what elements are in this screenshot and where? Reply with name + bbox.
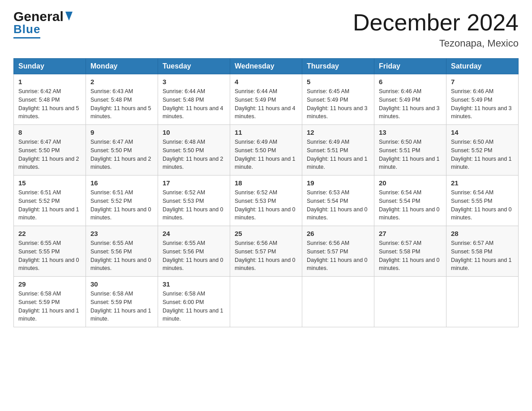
calendar-cell: 14Sunrise: 6:50 AMSunset: 5:52 PMDayligh… <box>446 125 519 176</box>
calendar-cell: 27Sunrise: 6:57 AMSunset: 5:58 PMDayligh… <box>374 226 446 277</box>
calendar-cell: 8Sunrise: 6:47 AMSunset: 5:50 PMDaylight… <box>14 125 86 176</box>
day-number: 15 <box>18 179 81 187</box>
day-number: 24 <box>163 230 225 237</box>
calendar-week-row: 8Sunrise: 6:47 AMSunset: 5:50 PMDaylight… <box>14 125 519 176</box>
day-info: Sunrise: 6:51 AMSunset: 5:52 PMDaylight:… <box>90 188 153 222</box>
day-info: Sunrise: 6:47 AMSunset: 5:50 PMDaylight:… <box>90 138 153 171</box>
calendar-cell: 17Sunrise: 6:52 AMSunset: 5:53 PMDayligh… <box>158 176 230 226</box>
calendar-cell: 30Sunrise: 6:58 AMSunset: 5:59 PMDayligh… <box>86 277 158 327</box>
calendar-cell: 9Sunrise: 6:47 AMSunset: 5:50 PMDaylight… <box>86 125 158 176</box>
day-info: Sunrise: 6:52 AMSunset: 5:53 PMDaylight:… <box>163 188 225 222</box>
calendar-cell: 21Sunrise: 6:54 AMSunset: 5:55 PMDayligh… <box>446 176 519 226</box>
day-info: Sunrise: 6:42 AMSunset: 5:48 PMDaylight:… <box>18 87 81 121</box>
page-header: General Blue December 2024 Tezonapa, Mex… <box>13 9 519 49</box>
day-number: 1 <box>18 78 81 86</box>
day-info: Sunrise: 6:47 AMSunset: 5:50 PMDaylight:… <box>18 138 81 171</box>
day-info: Sunrise: 6:58 AMSunset: 5:59 PMDaylight:… <box>18 290 81 323</box>
day-number: 5 <box>307 78 369 86</box>
calendar-cell: 25Sunrise: 6:56 AMSunset: 5:57 PMDayligh… <box>230 226 302 277</box>
day-number: 21 <box>451 179 514 187</box>
day-info: Sunrise: 6:52 AMSunset: 5:53 PMDaylight:… <box>235 188 297 222</box>
calendar-cell: 5Sunrise: 6:45 AMSunset: 5:49 PMDaylight… <box>302 74 374 125</box>
day-info: Sunrise: 6:57 AMSunset: 5:58 PMDaylight:… <box>379 239 442 273</box>
day-number: 10 <box>163 128 225 136</box>
day-number: 30 <box>90 280 153 288</box>
calendar-cell: 2Sunrise: 6:43 AMSunset: 5:48 PMDaylight… <box>86 74 158 125</box>
title-area: December 2024 Tezonapa, Mexico <box>353 9 519 49</box>
day-info: Sunrise: 6:43 AMSunset: 5:48 PMDaylight:… <box>90 87 153 121</box>
day-info: Sunrise: 6:50 AMSunset: 5:52 PMDaylight:… <box>451 138 514 171</box>
day-number: 2 <box>90 78 153 86</box>
day-info: Sunrise: 6:45 AMSunset: 5:49 PMDaylight:… <box>307 87 369 121</box>
day-number: 27 <box>379 230 442 237</box>
calendar-cell: 28Sunrise: 6:57 AMSunset: 5:58 PMDayligh… <box>446 226 519 277</box>
day-info: Sunrise: 6:44 AMSunset: 5:49 PMDaylight:… <box>235 87 297 121</box>
day-number: 19 <box>307 179 369 187</box>
location-title: Tezonapa, Mexico <box>353 38 519 49</box>
day-number: 9 <box>90 128 153 136</box>
calendar-table: SundayMondayTuesdayWednesdayThursdayFrid… <box>13 58 519 327</box>
day-info: Sunrise: 6:58 AMSunset: 5:59 PMDaylight:… <box>90 290 153 323</box>
col-header-saturday: Saturday <box>446 59 519 74</box>
calendar-cell <box>230 277 302 327</box>
logo-general-text: General <box>13 9 64 24</box>
day-info: Sunrise: 6:46 AMSunset: 5:49 PMDaylight:… <box>451 87 514 121</box>
calendar-cell: 13Sunrise: 6:50 AMSunset: 5:51 PMDayligh… <box>374 125 446 176</box>
day-info: Sunrise: 6:44 AMSunset: 5:48 PMDaylight:… <box>163 87 225 121</box>
day-number: 16 <box>90 179 153 187</box>
day-info: Sunrise: 6:53 AMSunset: 5:54 PMDaylight:… <box>307 188 369 222</box>
day-number: 29 <box>18 280 81 288</box>
calendar-header-row: SundayMondayTuesdayWednesdayThursdayFrid… <box>14 59 519 74</box>
day-info: Sunrise: 6:57 AMSunset: 5:58 PMDaylight:… <box>451 239 514 273</box>
calendar-week-row: 1Sunrise: 6:42 AMSunset: 5:48 PMDaylight… <box>14 74 519 125</box>
day-info: Sunrise: 6:51 AMSunset: 5:52 PMDaylight:… <box>18 188 81 222</box>
day-number: 17 <box>163 179 225 187</box>
calendar-cell: 19Sunrise: 6:53 AMSunset: 5:54 PMDayligh… <box>302 176 374 226</box>
calendar-cell: 15Sunrise: 6:51 AMSunset: 5:52 PMDayligh… <box>14 176 86 226</box>
calendar-cell: 11Sunrise: 6:49 AMSunset: 5:50 PMDayligh… <box>230 125 302 176</box>
day-info: Sunrise: 6:58 AMSunset: 6:00 PMDaylight:… <box>163 290 225 323</box>
month-title: December 2024 <box>353 9 519 36</box>
day-info: Sunrise: 6:54 AMSunset: 5:54 PMDaylight:… <box>379 188 442 222</box>
calendar-cell: 31Sunrise: 6:58 AMSunset: 6:00 PMDayligh… <box>158 277 230 327</box>
day-number: 23 <box>90 230 153 237</box>
calendar-cell: 4Sunrise: 6:44 AMSunset: 5:49 PMDaylight… <box>230 74 302 125</box>
day-info: Sunrise: 6:55 AMSunset: 5:55 PMDaylight:… <box>18 239 81 273</box>
calendar-cell: 1Sunrise: 6:42 AMSunset: 5:48 PMDaylight… <box>14 74 86 125</box>
calendar-cell <box>374 277 446 327</box>
calendar-cell <box>446 277 519 327</box>
calendar-cell: 22Sunrise: 6:55 AMSunset: 5:55 PMDayligh… <box>14 226 86 277</box>
day-info: Sunrise: 6:46 AMSunset: 5:49 PMDaylight:… <box>379 87 442 121</box>
day-number: 12 <box>307 128 369 136</box>
day-info: Sunrise: 6:49 AMSunset: 5:51 PMDaylight:… <box>307 138 369 171</box>
day-info: Sunrise: 6:55 AMSunset: 5:56 PMDaylight:… <box>90 239 153 273</box>
calendar-cell: 18Sunrise: 6:52 AMSunset: 5:53 PMDayligh… <box>230 176 302 226</box>
day-number: 7 <box>451 78 514 86</box>
day-number: 3 <box>163 78 225 86</box>
calendar-cell: 20Sunrise: 6:54 AMSunset: 5:54 PMDayligh… <box>374 176 446 226</box>
day-number: 28 <box>451 230 514 237</box>
day-number: 25 <box>235 230 297 237</box>
calendar-cell: 16Sunrise: 6:51 AMSunset: 5:52 PMDayligh… <box>86 176 158 226</box>
svg-marker-0 <box>65 12 73 21</box>
calendar-cell: 3Sunrise: 6:44 AMSunset: 5:48 PMDaylight… <box>158 74 230 125</box>
logo: General Blue <box>13 9 73 39</box>
day-info: Sunrise: 6:56 AMSunset: 5:57 PMDaylight:… <box>235 239 297 273</box>
logo-arrow-icon <box>64 12 73 23</box>
col-header-wednesday: Wednesday <box>230 59 302 74</box>
day-info: Sunrise: 6:48 AMSunset: 5:50 PMDaylight:… <box>163 138 225 171</box>
calendar-week-row: 29Sunrise: 6:58 AMSunset: 5:59 PMDayligh… <box>14 277 519 327</box>
day-info: Sunrise: 6:49 AMSunset: 5:50 PMDaylight:… <box>235 138 297 171</box>
day-number: 13 <box>379 128 442 136</box>
calendar-cell: 12Sunrise: 6:49 AMSunset: 5:51 PMDayligh… <box>302 125 374 176</box>
day-info: Sunrise: 6:50 AMSunset: 5:51 PMDaylight:… <box>379 138 442 171</box>
calendar-week-row: 22Sunrise: 6:55 AMSunset: 5:55 PMDayligh… <box>14 226 519 277</box>
day-info: Sunrise: 6:54 AMSunset: 5:55 PMDaylight:… <box>451 188 514 222</box>
col-header-friday: Friday <box>374 59 446 74</box>
day-number: 26 <box>307 230 369 237</box>
day-number: 8 <box>18 128 81 136</box>
calendar-cell: 26Sunrise: 6:56 AMSunset: 5:57 PMDayligh… <box>302 226 374 277</box>
day-number: 20 <box>379 179 442 187</box>
calendar-cell: 6Sunrise: 6:46 AMSunset: 5:49 PMDaylight… <box>374 74 446 125</box>
day-number: 22 <box>18 230 81 237</box>
